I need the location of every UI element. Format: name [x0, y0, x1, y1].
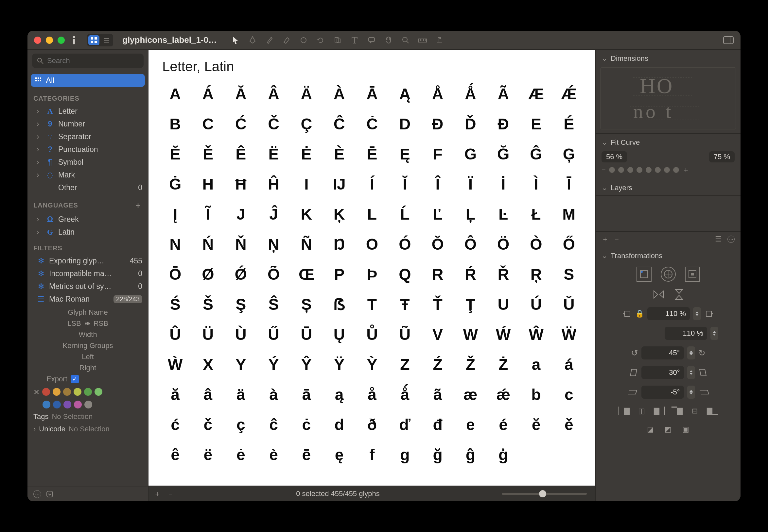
glyph-cell[interactable]: F	[423, 142, 452, 166]
add-layer-button[interactable]: ＋	[602, 234, 609, 244]
glyph-cell[interactable]: İ	[488, 172, 518, 196]
glyph-cell[interactable]: ä	[226, 382, 256, 407]
measure-tool[interactable]	[418, 35, 427, 45]
flip-v-button[interactable]	[674, 288, 684, 301]
glyph-cell[interactable]: R	[423, 262, 452, 286]
glyph-cell[interactable]: Ř	[488, 262, 518, 286]
scale-v-stepper[interactable]	[710, 327, 718, 340]
glyph-cell[interactable]: Ó	[390, 232, 419, 256]
subtract-icon[interactable]: ◩	[663, 424, 674, 435]
glyph-cell[interactable]: Ğ	[488, 142, 518, 166]
glyph-cell[interactable]: e	[456, 412, 485, 437]
glyph-cell[interactable]: Ń	[193, 232, 223, 256]
glyph-cell[interactable]: Ù	[226, 322, 256, 346]
more-icon[interactable]: ⋯	[33, 490, 41, 498]
glyph-cell[interactable]: Ŧ	[390, 292, 419, 316]
glyph-cell[interactable]: Ẁ	[160, 352, 190, 376]
glyph-cell[interactable]: Č	[259, 112, 288, 136]
glyph-cell[interactable]: Ĉ	[325, 112, 354, 136]
glyph-cell[interactable]: Ŭ	[554, 292, 584, 316]
glyph-cell[interactable]: Ļ	[456, 202, 485, 226]
glyph-cell[interactable]: Ŝ	[259, 292, 288, 316]
scale-h-right-icon[interactable]	[704, 309, 713, 318]
glyph-cell[interactable]: Ĕ	[160, 142, 190, 166]
color-swatch[interactable]	[94, 388, 102, 396]
language-latin[interactable]: ›GLatin	[27, 226, 148, 239]
glyph-cell[interactable]: ā	[292, 382, 321, 407]
glyph-cell[interactable]: M	[554, 202, 584, 226]
glyph-cell[interactable]: Q	[390, 262, 419, 286]
glyph-cell[interactable]: Ŵ	[521, 322, 550, 346]
rotate-ccw-icon[interactable]: ↺	[631, 348, 638, 358]
rotate-cw-icon[interactable]: ↻	[698, 348, 706, 358]
fit-dot-row[interactable]: − ＋	[596, 165, 741, 179]
glyph-cell[interactable]: ẞ	[325, 292, 354, 316]
scale-h-left-icon[interactable]	[623, 309, 632, 318]
scale-h-input[interactable]	[647, 307, 690, 320]
glyph-cell[interactable]: Ć	[226, 112, 256, 136]
glyph-cell[interactable]: ă	[160, 382, 190, 407]
glyph-cell[interactable]: Ę	[390, 142, 419, 166]
glyph-cell[interactable]: Ġ	[160, 172, 190, 196]
glyph-cell[interactable]: ĝ	[456, 442, 485, 467]
color-swatch[interactable]	[63, 401, 71, 408]
glyph-cell[interactable]: Ă	[226, 82, 256, 106]
glyph-cell[interactable]: Ą	[390, 82, 419, 106]
dimensions-panel-head[interactable]: ⌄Dimensions	[596, 50, 741, 66]
glyph-cell[interactable]: Û	[160, 322, 190, 346]
glyph-cell[interactable]: K	[292, 202, 321, 226]
glyph-cell[interactable]: Ĥ	[259, 172, 288, 196]
rotate-stepper[interactable]	[687, 346, 695, 359]
skew-stepper[interactable]	[687, 366, 695, 379]
scale-v-input[interactable]	[665, 327, 707, 340]
glyph-cell[interactable]: ë	[193, 442, 223, 467]
transform-center-button[interactable]	[661, 267, 676, 282]
glyph-cell[interactable]: Ŷ	[292, 352, 321, 376]
glyph-cell[interactable]: Å	[423, 82, 452, 106]
align-left-icon[interactable]: ▏▇	[619, 406, 629, 416]
glyph-cell[interactable]: g	[390, 442, 419, 467]
glyph-cell[interactable]: Ħ	[226, 172, 256, 196]
flip-h-button[interactable]	[653, 290, 665, 299]
list-view-button[interactable]	[101, 35, 112, 45]
glyph-cell[interactable]: Ķ	[325, 202, 354, 226]
glyph-cell[interactable]: Ş	[226, 292, 256, 316]
transform-corner-button[interactable]	[685, 267, 700, 282]
glyph-cell[interactable]: Õ	[259, 262, 288, 286]
glyph-cell[interactable]: Ǻ	[456, 82, 485, 106]
category-letter[interactable]: ›ALetter	[27, 105, 148, 118]
dropdown-icon[interactable]	[46, 490, 54, 498]
add-glyph-button[interactable]: ＋	[154, 489, 161, 499]
intersect-icon[interactable]: ▣	[681, 424, 691, 435]
glyph-cell[interactable]: ê	[160, 442, 190, 467]
slant-left-icon[interactable]	[628, 389, 638, 395]
glyph-cell[interactable]: U	[488, 292, 518, 316]
glyph-cell[interactable]: a	[521, 352, 550, 376]
glyph-cell[interactable]: Ť	[423, 292, 452, 316]
minimize-window-button[interactable]	[46, 37, 53, 44]
slant-input[interactable]	[642, 386, 684, 399]
zoom-window-button[interactable]	[58, 37, 65, 44]
glyph-cell[interactable]: Ŋ	[325, 232, 354, 256]
unicode-row[interactable]: › Unicode No Selection	[27, 423, 148, 435]
glyph-cell[interactable]: N	[160, 232, 190, 256]
glyph-cell[interactable]: å	[357, 382, 387, 407]
clear-color-button[interactable]: ✕	[33, 388, 40, 397]
transform-origin-button[interactable]	[637, 267, 652, 282]
glyph-cell[interactable]: Ò	[521, 232, 550, 256]
glyph-cell[interactable]: W	[456, 322, 485, 346]
glyph-cell[interactable]: Æ	[521, 82, 550, 106]
union-icon[interactable]: ◪	[645, 424, 656, 435]
search-input[interactable]	[47, 57, 139, 65]
glyph-cell[interactable]: Ŀ	[488, 202, 518, 226]
glyph-cell[interactable]: E	[521, 112, 550, 136]
glyph-cell[interactable]: B	[160, 112, 190, 136]
glyph-cell[interactable]: Ĺ	[390, 202, 419, 226]
pen-tool[interactable]	[248, 35, 258, 45]
category-number[interactable]: ›9Number	[27, 118, 148, 130]
glyph-cell[interactable]: X	[193, 352, 223, 376]
glyph-cell[interactable]: Â	[259, 82, 288, 106]
glyph-cell[interactable]: Ľ	[423, 202, 452, 226]
glyph-cell[interactable]: Ų	[325, 322, 354, 346]
glyph-cell[interactable]: ĉ	[259, 412, 288, 437]
